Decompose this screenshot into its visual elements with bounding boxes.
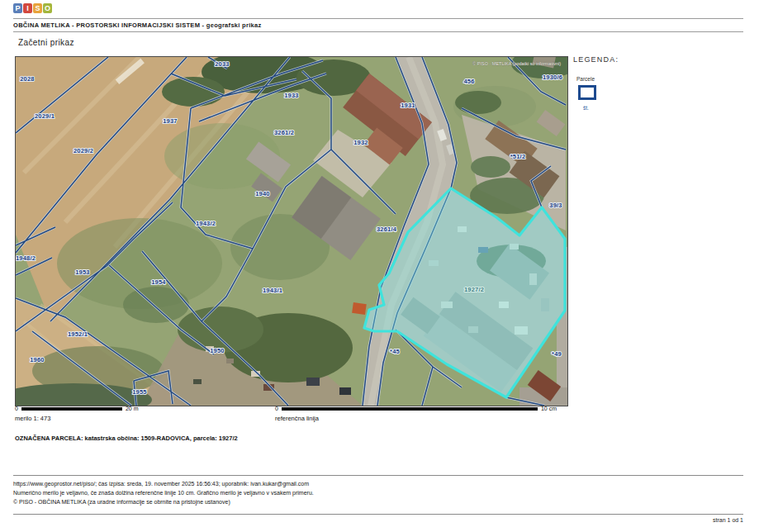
parcel-label: *45: [390, 348, 400, 355]
parcel-label: 39/3: [549, 202, 562, 209]
map-scale-caption: merilo 1: 473: [15, 415, 50, 422]
parcel-label: 1950: [210, 347, 225, 354]
parcel-label: *51/2: [510, 153, 526, 160]
page-indicator: stran 1 od 1: [13, 517, 743, 523]
parcel-label: 1940: [255, 190, 270, 197]
scale-start: 0: [15, 406, 18, 411]
map-scale-bar: 0 20 m: [15, 406, 138, 411]
parcel-label: 2029/1: [35, 112, 55, 120]
map-attribution: © PISO - METLIKA (podatki so informativn…: [472, 61, 561, 66]
scale-end: 10 cm: [541, 406, 557, 411]
parcel-label: 456: [463, 78, 474, 85]
logo-letter: I: [23, 3, 32, 13]
divider: [13, 31, 743, 32]
parcel-label: 3261/2: [274, 129, 294, 136]
scale-end: 20 m: [126, 406, 139, 411]
parcel-label: 1943/1: [263, 287, 282, 294]
logo-letter: O: [43, 3, 52, 13]
parcel-outline-swatch: [578, 85, 596, 100]
legend-title: LEGENDA:: [573, 55, 619, 64]
parcel-label: 1930/6: [543, 74, 562, 81]
parcel-label: 1953: [75, 268, 90, 276]
parcel-label: 1937: [163, 117, 178, 125]
selected-parcel-info: OZNAČENA PARCELA: katastrska občina: 150…: [15, 435, 238, 442]
logo-letter: S: [33, 3, 42, 13]
piso-logo: PISO: [13, 3, 52, 13]
parcel-label: 1948/2: [16, 254, 36, 262]
legend-item-label: Parcele: [576, 76, 595, 82]
parcel-label: 1933: [284, 92, 299, 99]
parcel-label: 1955: [132, 388, 147, 396]
map-canvas: 2028203319334561930/62029/1193719313261/…: [16, 57, 567, 406]
footer-line: https://www.geoprostor.net/piso/; čas iz…: [13, 479, 314, 488]
logo-letter: P: [13, 3, 22, 13]
parcel-label: 1931: [401, 102, 415, 109]
legend-item-sublabel: št.: [583, 105, 589, 111]
parcel-label: 1952/1: [68, 330, 88, 338]
footer-line: © PISO - OBČINA METLIKA (za uradne infor…: [13, 497, 314, 506]
scale-bar: [282, 407, 538, 411]
parcel-label: 1954: [151, 278, 166, 286]
header-title: OBČINA METLIKA - PROSTORSKI INFORMACIJSK…: [13, 21, 262, 29]
divider: [13, 18, 743, 19]
highlighted-parcel-label: 1927/2: [464, 286, 484, 293]
map-viewport: 2028203319334561930/62029/1193719313261/…: [15, 56, 568, 406]
parcel-label: 2029/2: [74, 147, 93, 154]
scale-bar: [21, 407, 122, 411]
reference-scale-caption: referenčna linija: [275, 415, 319, 422]
scale-start: 0: [275, 406, 278, 411]
footer-line: Numerično merilo je veljavno, če znaša d…: [13, 488, 314, 497]
parcel-label: 1960: [30, 356, 45, 363]
parcel-label: 1932: [353, 139, 368, 146]
parcel-label: 2033: [215, 60, 230, 68]
parcel-label: 2028: [20, 75, 35, 83]
parcel-label: 1943/2: [196, 220, 216, 227]
divider: [13, 514, 743, 515]
reference-scale-bar: 0 10 cm: [275, 406, 557, 411]
parcel-label: 3261/4: [377, 226, 397, 233]
parcel-label: *49: [552, 350, 562, 358]
footer: https://www.geoprostor.net/piso/; čas iz…: [13, 479, 314, 506]
view-title: Začetni prikaz: [18, 38, 74, 47]
divider: [13, 475, 743, 476]
